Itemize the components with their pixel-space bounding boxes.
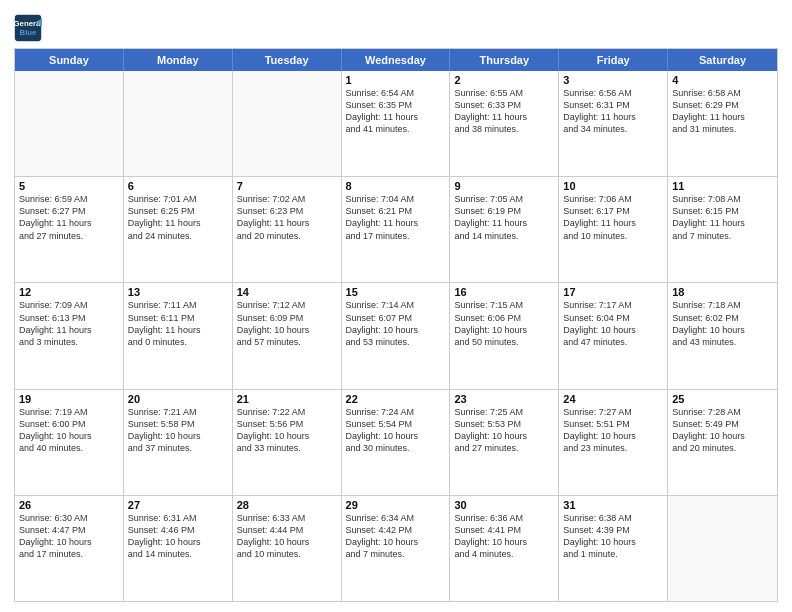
day-info: Sunrise: 7:19 AM Sunset: 6:00 PM Dayligh… — [19, 406, 119, 455]
weekday-header-wednesday: Wednesday — [342, 49, 451, 71]
day-number: 9 — [454, 180, 554, 192]
day-number: 14 — [237, 286, 337, 298]
day-number: 8 — [346, 180, 446, 192]
svg-text:Blue: Blue — [20, 28, 38, 37]
day-number: 12 — [19, 286, 119, 298]
day-info: Sunrise: 7:04 AM Sunset: 6:21 PM Dayligh… — [346, 193, 446, 242]
day-info: Sunrise: 7:25 AM Sunset: 5:53 PM Dayligh… — [454, 406, 554, 455]
day-number: 7 — [237, 180, 337, 192]
day-number: 19 — [19, 393, 119, 405]
calendar-row-4: 19Sunrise: 7:19 AM Sunset: 6:00 PM Dayli… — [15, 389, 777, 495]
day-info: Sunrise: 6:38 AM Sunset: 4:39 PM Dayligh… — [563, 512, 663, 561]
empty-cell — [668, 496, 777, 601]
day-cell-19: 19Sunrise: 7:19 AM Sunset: 6:00 PM Dayli… — [15, 390, 124, 495]
calendar-row-5: 26Sunrise: 6:30 AM Sunset: 4:47 PM Dayli… — [15, 495, 777, 601]
day-number: 29 — [346, 499, 446, 511]
day-number: 2 — [454, 74, 554, 86]
day-info: Sunrise: 7:09 AM Sunset: 6:13 PM Dayligh… — [19, 299, 119, 348]
day-number: 6 — [128, 180, 228, 192]
day-cell-13: 13Sunrise: 7:11 AM Sunset: 6:11 PM Dayli… — [124, 283, 233, 388]
day-cell-15: 15Sunrise: 7:14 AM Sunset: 6:07 PM Dayli… — [342, 283, 451, 388]
weekday-header-tuesday: Tuesday — [233, 49, 342, 71]
page: General Blue SundayMondayTuesdayWednesda… — [0, 0, 792, 612]
day-number: 10 — [563, 180, 663, 192]
day-cell-4: 4Sunrise: 6:58 AM Sunset: 6:29 PM Daylig… — [668, 71, 777, 176]
calendar-row-1: 1Sunrise: 6:54 AM Sunset: 6:35 PM Daylig… — [15, 71, 777, 176]
day-info: Sunrise: 7:01 AM Sunset: 6:25 PM Dayligh… — [128, 193, 228, 242]
day-info: Sunrise: 7:14 AM Sunset: 6:07 PM Dayligh… — [346, 299, 446, 348]
day-number: 23 — [454, 393, 554, 405]
calendar-header: SundayMondayTuesdayWednesdayThursdayFrid… — [15, 49, 777, 71]
day-number: 1 — [346, 74, 446, 86]
empty-cell — [124, 71, 233, 176]
day-number: 22 — [346, 393, 446, 405]
day-cell-5: 5Sunrise: 6:59 AM Sunset: 6:27 PM Daylig… — [15, 177, 124, 282]
day-info: Sunrise: 6:58 AM Sunset: 6:29 PM Dayligh… — [672, 87, 773, 136]
empty-cell — [15, 71, 124, 176]
day-info: Sunrise: 7:21 AM Sunset: 5:58 PM Dayligh… — [128, 406, 228, 455]
day-cell-22: 22Sunrise: 7:24 AM Sunset: 5:54 PM Dayli… — [342, 390, 451, 495]
day-number: 11 — [672, 180, 773, 192]
day-cell-25: 25Sunrise: 7:28 AM Sunset: 5:49 PM Dayli… — [668, 390, 777, 495]
weekday-header-sunday: Sunday — [15, 49, 124, 71]
calendar-row-2: 5Sunrise: 6:59 AM Sunset: 6:27 PM Daylig… — [15, 176, 777, 282]
day-cell-27: 27Sunrise: 6:31 AM Sunset: 4:46 PM Dayli… — [124, 496, 233, 601]
day-cell-2: 2Sunrise: 6:55 AM Sunset: 6:33 PM Daylig… — [450, 71, 559, 176]
day-cell-20: 20Sunrise: 7:21 AM Sunset: 5:58 PM Dayli… — [124, 390, 233, 495]
day-info: Sunrise: 7:06 AM Sunset: 6:17 PM Dayligh… — [563, 193, 663, 242]
day-cell-29: 29Sunrise: 6:34 AM Sunset: 4:42 PM Dayli… — [342, 496, 451, 601]
day-number: 25 — [672, 393, 773, 405]
day-info: Sunrise: 7:08 AM Sunset: 6:15 PM Dayligh… — [672, 193, 773, 242]
day-cell-12: 12Sunrise: 7:09 AM Sunset: 6:13 PM Dayli… — [15, 283, 124, 388]
calendar: SundayMondayTuesdayWednesdayThursdayFrid… — [14, 48, 778, 602]
day-info: Sunrise: 6:36 AM Sunset: 4:41 PM Dayligh… — [454, 512, 554, 561]
day-info: Sunrise: 7:02 AM Sunset: 6:23 PM Dayligh… — [237, 193, 337, 242]
day-info: Sunrise: 6:54 AM Sunset: 6:35 PM Dayligh… — [346, 87, 446, 136]
day-cell-17: 17Sunrise: 7:17 AM Sunset: 6:04 PM Dayli… — [559, 283, 668, 388]
day-cell-28: 28Sunrise: 6:33 AM Sunset: 4:44 PM Dayli… — [233, 496, 342, 601]
day-number: 15 — [346, 286, 446, 298]
day-info: Sunrise: 6:30 AM Sunset: 4:47 PM Dayligh… — [19, 512, 119, 561]
header: General Blue — [14, 10, 778, 42]
day-cell-14: 14Sunrise: 7:12 AM Sunset: 6:09 PM Dayli… — [233, 283, 342, 388]
day-info: Sunrise: 7:18 AM Sunset: 6:02 PM Dayligh… — [672, 299, 773, 348]
day-info: Sunrise: 6:59 AM Sunset: 6:27 PM Dayligh… — [19, 193, 119, 242]
day-info: Sunrise: 7:11 AM Sunset: 6:11 PM Dayligh… — [128, 299, 228, 348]
day-info: Sunrise: 6:56 AM Sunset: 6:31 PM Dayligh… — [563, 87, 663, 136]
weekday-header-friday: Friday — [559, 49, 668, 71]
day-cell-6: 6Sunrise: 7:01 AM Sunset: 6:25 PM Daylig… — [124, 177, 233, 282]
day-info: Sunrise: 7:15 AM Sunset: 6:06 PM Dayligh… — [454, 299, 554, 348]
day-cell-21: 21Sunrise: 7:22 AM Sunset: 5:56 PM Dayli… — [233, 390, 342, 495]
day-cell-18: 18Sunrise: 7:18 AM Sunset: 6:02 PM Dayli… — [668, 283, 777, 388]
day-cell-23: 23Sunrise: 7:25 AM Sunset: 5:53 PM Dayli… — [450, 390, 559, 495]
day-number: 27 — [128, 499, 228, 511]
day-cell-3: 3Sunrise: 6:56 AM Sunset: 6:31 PM Daylig… — [559, 71, 668, 176]
day-cell-31: 31Sunrise: 6:38 AM Sunset: 4:39 PM Dayli… — [559, 496, 668, 601]
day-cell-8: 8Sunrise: 7:04 AM Sunset: 6:21 PM Daylig… — [342, 177, 451, 282]
day-number: 24 — [563, 393, 663, 405]
day-cell-24: 24Sunrise: 7:27 AM Sunset: 5:51 PM Dayli… — [559, 390, 668, 495]
day-info: Sunrise: 7:05 AM Sunset: 6:19 PM Dayligh… — [454, 193, 554, 242]
day-info: Sunrise: 6:55 AM Sunset: 6:33 PM Dayligh… — [454, 87, 554, 136]
weekday-header-saturday: Saturday — [668, 49, 777, 71]
day-number: 21 — [237, 393, 337, 405]
day-number: 28 — [237, 499, 337, 511]
day-number: 13 — [128, 286, 228, 298]
day-cell-16: 16Sunrise: 7:15 AM Sunset: 6:06 PM Dayli… — [450, 283, 559, 388]
day-cell-11: 11Sunrise: 7:08 AM Sunset: 6:15 PM Dayli… — [668, 177, 777, 282]
day-cell-30: 30Sunrise: 6:36 AM Sunset: 4:41 PM Dayli… — [450, 496, 559, 601]
day-info: Sunrise: 7:28 AM Sunset: 5:49 PM Dayligh… — [672, 406, 773, 455]
day-cell-9: 9Sunrise: 7:05 AM Sunset: 6:19 PM Daylig… — [450, 177, 559, 282]
day-cell-26: 26Sunrise: 6:30 AM Sunset: 4:47 PM Dayli… — [15, 496, 124, 601]
day-number: 4 — [672, 74, 773, 86]
day-number: 31 — [563, 499, 663, 511]
day-info: Sunrise: 6:34 AM Sunset: 4:42 PM Dayligh… — [346, 512, 446, 561]
day-number: 20 — [128, 393, 228, 405]
day-number: 3 — [563, 74, 663, 86]
day-info: Sunrise: 7:12 AM Sunset: 6:09 PM Dayligh… — [237, 299, 337, 348]
day-number: 18 — [672, 286, 773, 298]
day-number: 5 — [19, 180, 119, 192]
weekday-header-monday: Monday — [124, 49, 233, 71]
day-cell-1: 1Sunrise: 6:54 AM Sunset: 6:35 PM Daylig… — [342, 71, 451, 176]
logo-icon: General Blue — [14, 14, 42, 42]
